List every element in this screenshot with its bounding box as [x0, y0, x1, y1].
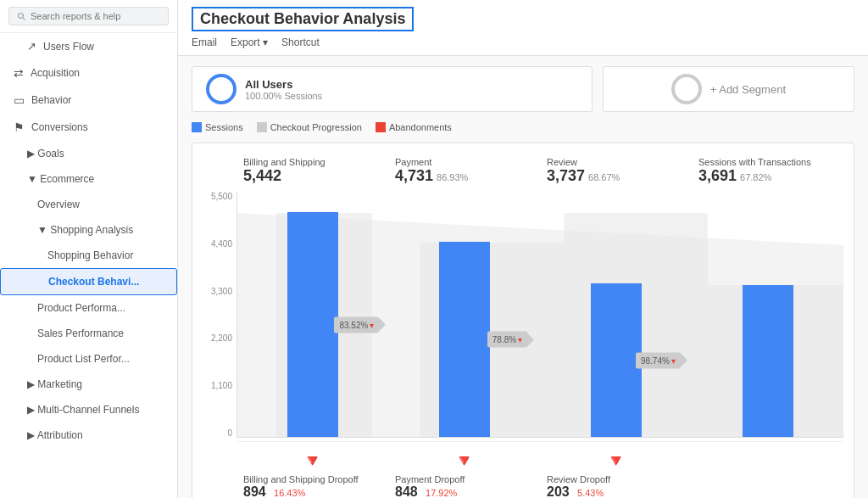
sidebar-item-marketing[interactable]: ▶ Marketing: [0, 372, 177, 397]
dropoff-row: 🔻 Billing and Shipping Dropoff 894 16.43…: [236, 441, 843, 498]
email-button[interactable]: Email: [192, 36, 217, 48]
review-title: Review: [547, 157, 685, 167]
payment-pct: 86.93%: [437, 172, 468, 182]
segment-info: All Users 100.00% Sessions: [245, 78, 322, 101]
segment-all-users[interactable]: All Users 100.00% Sessions: [192, 66, 593, 112]
bar-payment-inner: 78.8% ▾: [439, 242, 490, 437]
legend-sessions: Sessions: [192, 122, 243, 132]
review-pct: 68.67%: [588, 172, 620, 182]
sidebar-item-label: ▶ Multi-Channel Funnels: [27, 404, 139, 416]
sidebar-item-ecommerce[interactable]: ▼ Ecommerce: [0, 166, 177, 192]
legend-dot-blue: [192, 122, 202, 132]
funnel-headers: Billing and Shipping 5,442 Payment 4,731…: [236, 154, 843, 188]
search-icon: [16, 11, 26, 21]
sidebar-item-conversions[interactable]: ⚑ Conversions: [0, 114, 177, 141]
payment-title: Payment: [395, 157, 533, 167]
segment-add[interactable]: + Add Segment: [603, 66, 854, 112]
funnel-col-payment: Payment 4,731 86.93%: [388, 154, 540, 188]
dropoff-review-value: 203: [547, 484, 570, 498]
dropoff-arrow-payment: 🔻: [395, 450, 533, 471]
conversions-icon: ⚑: [14, 120, 25, 134]
dropoff-arrow-billing: 🔻: [243, 450, 381, 471]
legend-abandonments-label: Abandonments: [389, 122, 452, 132]
sidebar-item-label: ▶ Attribution: [27, 429, 83, 441]
legend-sessions-label: Sessions: [205, 122, 243, 132]
dropoff-billing-title: Billing and Shipping Dropoff: [243, 474, 381, 484]
sidebar-item-product-performance[interactable]: Product Performa...: [0, 295, 177, 321]
sidebar-item-shopping-behavior[interactable]: Shopping Behavior: [0, 243, 177, 268]
segment-circle-blue: [206, 74, 236, 104]
y-label-4400: 4,400: [211, 239, 232, 249]
dropoff-review-row: 203 5.43%: [547, 484, 685, 498]
export-button[interactable]: Export ▾: [231, 36, 268, 48]
sidebar-item-label: ▶ Goals: [27, 148, 64, 159]
sidebar-item-label: ▼ Shopping Analysis: [37, 224, 133, 236]
billing-title: Billing and Shipping: [243, 157, 381, 167]
transactions-title: Sessions with Transactions: [698, 157, 837, 167]
sidebar-item-label: ▶ Marketing: [27, 378, 82, 390]
y-label-3300: 3,300: [211, 287, 232, 296]
sidebar-item-goals[interactable]: ▶ Goals: [0, 141, 177, 166]
sidebar-item-overview[interactable]: Overview: [0, 192, 177, 217]
sidebar-item-shopping-analysis[interactable]: ▼ Shopping Analysis: [0, 217, 177, 243]
sidebar-item-label: Sales Performance: [37, 327, 124, 339]
sidebar-item-attribution[interactable]: ▶ Attribution: [0, 422, 177, 448]
chart-with-yaxis: 5,500 4,400 3,300 2,200 1,100 0: [203, 192, 843, 438]
y-axis: 5,500 4,400 3,300 2,200 1,100 0: [203, 192, 236, 438]
acquisition-icon: ⇄: [14, 66, 24, 80]
sidebar-item-label: Product List Perfor...: [37, 353, 130, 365]
payment-value: 4,731: [395, 167, 433, 185]
legend-checkout-label: Checkout Progression: [270, 122, 362, 132]
sidebar: ↗ Users Flow ⇄ Acquisition ▭ Behavior ⚑ …: [0, 0, 178, 498]
sidebar-item-label: Acquisition: [31, 67, 80, 79]
legend: Sessions Checkout Progression Abandonmen…: [192, 122, 854, 132]
bar-billing-inner: 83.52% ▾: [287, 212, 338, 437]
bar-transactions: [692, 192, 843, 437]
segment-bar: All Users 100.00% Sessions + Add Segment: [192, 66, 854, 112]
dropoff-billing: 🔻 Billing and Shipping Dropoff 894 16.43…: [236, 445, 388, 498]
dropoff-review-title: Review Dropoff: [547, 474, 685, 484]
legend-checkout-progression: Checkout Progression: [257, 122, 362, 132]
main-content: Checkout Behavior Analysis Email Export …: [178, 0, 868, 498]
bar-chart-area: 83.52% ▾ 78.8% ▾: [236, 192, 843, 438]
arrow-payment: 78.8% ▾: [487, 332, 527, 348]
sidebar-item-checkout-behavior[interactable]: Checkout Behavi...: [0, 268, 177, 295]
y-label-2200: 2,200: [211, 333, 232, 343]
search-input[interactable]: [31, 11, 161, 21]
bar-review: 98.74% ▾: [541, 192, 693, 437]
sidebar-item-multi-channel[interactable]: ▶ Multi-Channel Funnels: [0, 397, 177, 422]
funnel-col-billing: Billing and Shipping 5,442: [236, 154, 388, 188]
main-header: Checkout Behavior Analysis Email Export …: [178, 0, 868, 56]
billing-value: 5,442: [243, 167, 281, 185]
arrow-payment-pct: 78.8%: [492, 335, 516, 344]
sidebar-item-label: Product Performa...: [37, 302, 125, 314]
users-flow-icon: ↗: [27, 40, 36, 53]
legend-dot-grey: [257, 122, 267, 132]
shortcut-button[interactable]: Shortcut: [281, 36, 320, 48]
dropoff-billing-row: 894 16.43%: [243, 484, 381, 498]
dropoff-billing-value: 894: [243, 484, 266, 498]
sidebar-item-sales-performance[interactable]: Sales Performance: [0, 321, 177, 346]
arrow-billing: 83.52% ▾: [334, 316, 379, 333]
dropoff-review-pct: 5.43%: [577, 488, 604, 498]
sidebar-item-acquisition[interactable]: ⇄ Acquisition: [0, 59, 177, 87]
add-segment-label: + Add Segment: [710, 83, 786, 96]
sidebar-item-users-flow[interactable]: ↗ Users Flow: [0, 33, 177, 59]
bar-payment: 78.8% ▾: [389, 192, 541, 437]
y-label-1100: 1,100: [211, 381, 232, 390]
dropoff-review: 🔻 Review Dropoff 203 5.43%: [540, 445, 692, 498]
funnel-col-transactions: Sessions with Transactions 3,691 67.82%: [692, 154, 843, 188]
sidebar-item-behavior[interactable]: ▭ Behavior: [0, 87, 177, 114]
search-input-wrap[interactable]: [8, 7, 169, 25]
sidebar-item-product-list[interactable]: Product List Perfor...: [0, 346, 177, 372]
dropoff-payment-row: 848 17.92%: [395, 484, 533, 498]
toolbar: Email Export ▾ Shortcut: [192, 36, 854, 48]
dropoff-arrow-review: 🔻: [547, 450, 685, 471]
bar-transactions-inner: [743, 285, 793, 437]
page-title: Checkout Behavior Analysis: [192, 7, 414, 31]
arrow-review-icon: ▾: [671, 355, 676, 365]
y-label-5500: 5,500: [211, 192, 232, 201]
arrow-billing-icon: ▾: [370, 320, 374, 329]
dropoff-billing-pct: 16.43%: [274, 488, 305, 498]
dropoff-payment-title: Payment Dropoff: [395, 474, 533, 484]
